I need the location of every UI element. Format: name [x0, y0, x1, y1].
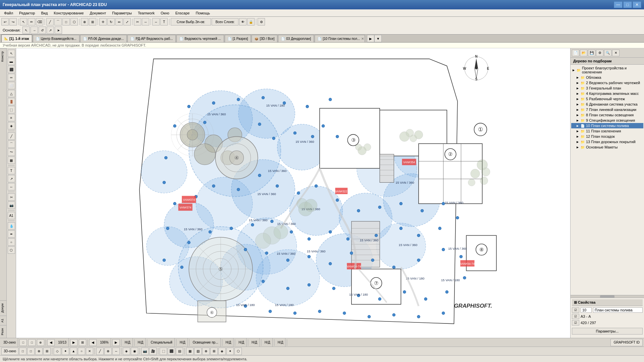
tool-wall[interactable]: ▬	[8, 58, 15, 65]
tool-dim2[interactable]: ↔	[8, 183, 15, 190]
menu-window[interactable]: Окно	[158, 10, 172, 16]
minimize-button[interactable]: —	[614, 1, 623, 8]
tb-scale[interactable]: ⤢	[123, 18, 131, 25]
bt-camera1[interactable]: 📷	[141, 348, 149, 355]
tool-line[interactable]: ╱	[8, 132, 15, 140]
tb-alllayer[interactable]: Всех Слоев:	[212, 18, 238, 25]
bt-t7[interactable]: ⬡	[234, 348, 242, 355]
tb-extend[interactable]: ↔	[142, 18, 149, 25]
bt-btn2[interactable]: □	[27, 348, 35, 355]
tree-item-3[interactable]: ▶ 📁 3 Генеральный план	[571, 85, 643, 91]
menu-enscape[interactable]: Enscape	[173, 10, 193, 16]
bt-btn4[interactable]: ⊞	[43, 348, 51, 355]
bt-snap3[interactable]: ▲	[70, 348, 77, 355]
tool-cut[interactable]: ✂	[8, 193, 15, 201]
menu-teamwork[interactable]: Teamwork	[135, 10, 157, 16]
tb-snap[interactable]: ⊕	[81, 18, 88, 25]
tree-item-5[interactable]: ▶ 📁 5 Разбивочный чертеж	[571, 96, 643, 102]
tb-text[interactable]: T	[160, 18, 168, 25]
tb-settings[interactable]: ⚙	[258, 18, 265, 25]
tool-pen[interactable]: ✒	[8, 230, 15, 238]
tb-layer[interactable]: Слои Выбр.Эл-ов:	[171, 18, 211, 25]
tab-4[interactable]: 📄 РД-АР Ведомость раб...	[127, 35, 176, 42]
tree-content[interactable]: ▶ 📁 Проект благоустройства и озеленения …	[571, 65, 644, 295]
tree-item-2[interactable]: ▶ 📁 2 Ведомость рабочих чертежей	[571, 80, 643, 85]
bt-snap5[interactable]: ✕	[86, 348, 93, 355]
tb-pointer[interactable]: ↖	[20, 18, 27, 25]
tab-8[interactable]: 📄 03 Дендроплан]	[278, 35, 314, 42]
tb-arrow-right[interactable]: →	[31, 26, 38, 34]
tool-camera[interactable]: 📷	[8, 201, 15, 209]
tool-poly2[interactable]: ⬡	[8, 246, 15, 254]
tb-lock[interactable]: 🔒	[247, 18, 255, 25]
status-next[interactable]: ▶	[70, 339, 77, 346]
tab-6[interactable]: 📄 [1 Разрез]	[225, 35, 251, 42]
bt-camera2[interactable]: 🎥	[149, 348, 157, 355]
tool-window[interactable]: ⬚	[8, 106, 15, 113]
bt-snap2[interactable]: ✦	[62, 348, 69, 355]
tool-a1[interactable]: A1	[8, 212, 15, 219]
tool-object[interactable]: ◈	[8, 122, 15, 129]
rp-new[interactable]: 📄	[572, 50, 579, 56]
tree-item-6[interactable]: ▶ 📁 6 Дренажная система участка	[571, 102, 643, 107]
bt-m1[interactable]: ⬚	[160, 348, 167, 355]
tb-pencil[interactable]: ✏	[28, 18, 35, 25]
prop-number-input[interactable]	[581, 307, 592, 313]
tb-trim[interactable]: ✂	[134, 18, 141, 25]
bt-t1[interactable]: ▦	[186, 348, 194, 355]
menu-file[interactable]: Файл	[1, 10, 16, 16]
bt-t3[interactable]: ⊕	[202, 348, 210, 355]
menu-document[interactable]: Документ	[87, 10, 109, 16]
rp-settings[interactable]: ⚙	[596, 50, 603, 56]
tb-dim[interactable]: ↔	[152, 18, 160, 25]
bt-guide2[interactable]: ⊕	[104, 348, 112, 355]
status-zoom-out[interactable]: ◀	[89, 339, 97, 346]
tree-scrollbar[interactable]	[571, 295, 644, 298]
tool-arc2[interactable]: ⌒	[8, 140, 15, 148]
params-button[interactable]: Параметры...	[572, 328, 643, 335]
tab-1[interactable]: 📐 [1]. 1-й этаж	[1, 35, 32, 42]
tb-move[interactable]: ✛	[99, 18, 107, 25]
bt-t2[interactable]: ▧	[194, 348, 202, 355]
tool-circle[interactable]: ○	[8, 238, 15, 246]
rp-open[interactable]: 📂	[580, 50, 587, 56]
tool-select[interactable]: ↖	[8, 50, 15, 57]
tree-item-makety[interactable]: ▶ 📁 Основные Макеты	[571, 144, 643, 150]
bt-3dview[interactable]: ◈	[123, 348, 130, 355]
tool-column[interactable]: ⬛	[8, 66, 15, 73]
tb-redo[interactable]: ↪	[9, 18, 17, 25]
tool-fill[interactable]: ▦	[8, 157, 15, 164]
menu-params[interactable]: Параметры	[109, 10, 135, 16]
menu-construct[interactable]: Конструирование	[51, 10, 86, 16]
bt-btn1[interactable]: □	[19, 348, 26, 355]
tb-undo[interactable]: ↩	[1, 18, 9, 25]
bt-snap1[interactable]: ◇	[54, 348, 61, 355]
status-prev[interactable]: ◀	[47, 339, 55, 346]
tool-slab[interactable]: ⬜	[8, 82, 15, 89]
menu-view[interactable]: Вид	[38, 10, 50, 16]
bt-m3[interactable]: ▤	[176, 348, 183, 355]
tb-arc[interactable]: ⌒	[54, 18, 62, 25]
bt-t6[interactable]: ✦	[226, 348, 234, 355]
bt-guide3[interactable]: ↔	[112, 348, 120, 355]
tree-item-9[interactable]: ▶ 📁 9 Спецификация освещения	[571, 118, 643, 123]
status-btn-2[interactable]: □	[28, 339, 36, 346]
bt-snap4[interactable]: ○	[78, 348, 85, 355]
menu-edit[interactable]: Редактор	[16, 10, 38, 16]
bt-btn3[interactable]: ⊕	[35, 348, 43, 355]
tool-beam[interactable]: ═	[8, 74, 15, 81]
tool-label[interactable]: ↗	[8, 175, 15, 182]
tree-item-root[interactable]: ▶ 📁 Проект благоустройства и озеленения	[571, 65, 643, 75]
prop-name-input[interactable]	[593, 307, 643, 313]
tb-rotate[interactable]: ↻	[107, 18, 115, 25]
tb-mirror[interactable]: ⇔	[115, 18, 123, 25]
rp-save[interactable]: 💾	[588, 50, 595, 56]
tree-item-13[interactable]: ▶ 📁 13 План дорожных покрытий	[571, 139, 643, 144]
prop-checkbox-1[interactable]: ☑	[572, 307, 579, 313]
tab-2[interactable]: 📄 Центр Взаимодейств...	[33, 35, 79, 42]
tab-3[interactable]: 📄 РЛ-06 Дренаж-дожде...	[80, 35, 127, 42]
tool-text2[interactable]: T	[8, 167, 15, 174]
tool-eyedrop[interactable]: 💧	[8, 222, 15, 230]
tb-select2[interactable]: ↗	[47, 26, 54, 34]
tab-9-close[interactable]: ✕	[361, 37, 364, 41]
